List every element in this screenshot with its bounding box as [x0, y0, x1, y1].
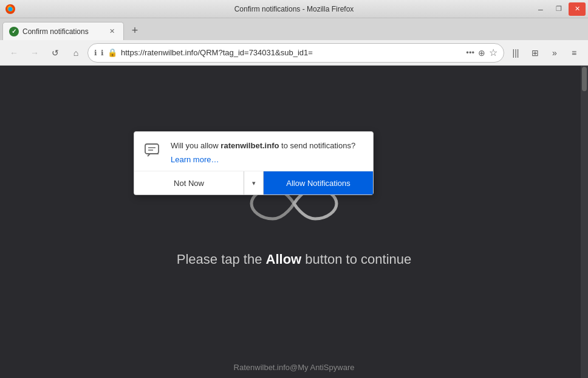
main-content: Will you allow ratenwilbet.info to send …: [0, 66, 588, 378]
firefox-logo: [5, 4, 16, 15]
scrollbar-thumb[interactable]: [582, 67, 587, 91]
extensions-button[interactable]: »: [545, 44, 564, 62]
address-bar[interactable]: ℹ ℹ 🔒 https://ratenwilbet.info/QRM?tag_i…: [87, 43, 504, 63]
library-button[interactable]: |||: [507, 44, 525, 62]
menu-button[interactable]: ≡: [565, 44, 583, 62]
minimize-button[interactable]: –: [532, 2, 549, 16]
not-now-button[interactable]: Not Now: [134, 171, 244, 194]
connection-info-icon[interactable]: ℹ: [101, 49, 104, 57]
back-button[interactable]: ←: [5, 44, 23, 62]
url-display[interactable]: https://ratenwilbet.info/QRM?tag_id=7340…: [121, 48, 462, 57]
allow-notifications-button[interactable]: Allow Notifications: [264, 171, 373, 194]
tab-close-button[interactable]: ✕: [106, 26, 117, 37]
main-body-text: Please tap the Allow button to continue: [177, 252, 411, 267]
active-tab[interactable]: ✓ Confirm notifications ✕: [2, 22, 124, 40]
popup-body: Will you allow ratenwilbet.info to send …: [134, 132, 373, 171]
titlebar-controls: – ❐ ✕: [532, 2, 588, 16]
popup-question: Will you allow ratenwilbet.info to send …: [171, 140, 363, 151]
tabbar: ✓ Confirm notifications ✕ +: [0, 18, 588, 40]
vpn-button[interactable]: ⊕: [478, 48, 485, 58]
overflow-button[interactable]: •••: [466, 48, 474, 57]
learn-more-link[interactable]: Learn more…: [171, 155, 219, 164]
forward-button[interactable]: →: [26, 44, 44, 62]
navbar: ← → ↺ ⌂ ℹ ℹ 🔒 https://ratenwilbet.info/Q…: [0, 40, 588, 66]
home-button[interactable]: ⌂: [67, 44, 85, 62]
nav-tools: ||| ⊞ » ≡: [507, 44, 583, 62]
close-button[interactable]: ✕: [569, 2, 586, 16]
svg-rect-2: [145, 144, 159, 154]
popup-buttons: Not Now ▾ Allow Notifications: [134, 171, 373, 194]
notification-popup: Will you allow ratenwilbet.info to send …: [134, 131, 374, 195]
titlebar: Confirm notifications - Mozilla Firefox …: [0, 0, 588, 18]
synced-tabs-button[interactable]: ⊞: [526, 44, 544, 62]
new-tab-button[interactable]: +: [126, 22, 143, 39]
tab-favicon: ✓: [9, 27, 19, 36]
titlebar-left: [0, 4, 19, 15]
bookmark-button[interactable]: ☆: [489, 47, 497, 58]
tab-title: Confirm notifications: [22, 27, 103, 36]
page-info-icon[interactable]: ℹ: [94, 49, 97, 57]
titlebar-title: Confirm notifications - Mozilla Firefox: [234, 5, 354, 13]
not-now-dropdown-button[interactable]: ▾: [244, 171, 264, 194]
reload-button[interactable]: ↺: [46, 44, 64, 62]
popup-notification-icon: [144, 142, 163, 161]
svg-point-1: [9, 7, 13, 11]
scrollbar[interactable]: [581, 66, 588, 378]
popup-content: Will you allow ratenwilbet.info to send …: [171, 140, 363, 165]
footer-text: Ratenwilbet.info@My AntiSpyware: [234, 363, 355, 372]
lock-icon: 🔒: [108, 48, 117, 57]
maximize-button[interactable]: ❐: [550, 2, 567, 16]
